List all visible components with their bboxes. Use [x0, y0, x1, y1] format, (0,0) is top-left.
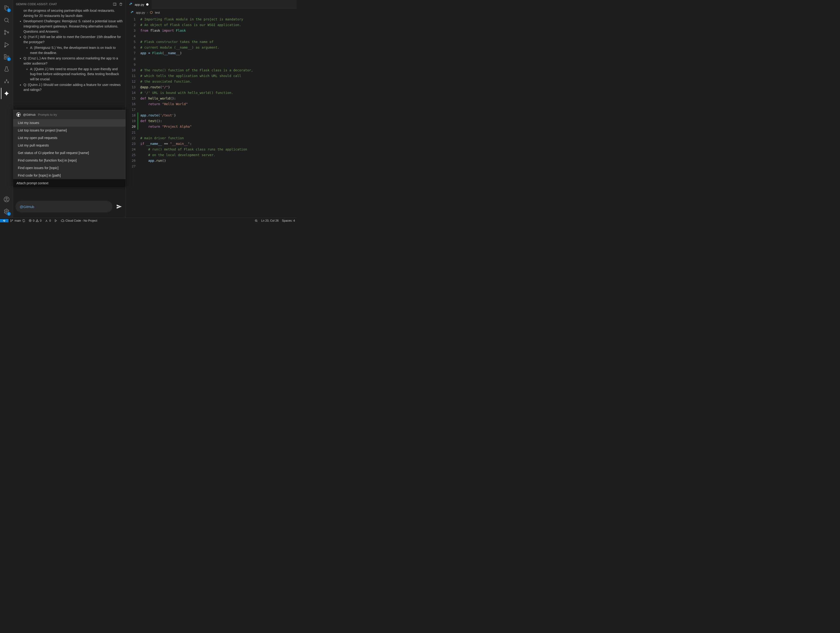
chat-text: Q: (Yuri F.) Will we be able to meet the… [24, 35, 123, 44]
chat-text: Development Challenges: Remigiusz S. rai… [24, 19, 123, 34]
debug-indicator[interactable] [52, 219, 59, 222]
trash-icon[interactable] [119, 2, 123, 6]
error-count: 0 [33, 219, 35, 222]
breadcrumb-file: app.py [136, 11, 145, 14]
ports-count: 0 [49, 219, 51, 222]
panel-layout-icon[interactable] [113, 2, 117, 6]
accounts-icon[interactable] [1, 194, 12, 205]
code-editor[interactable]: 1234 5678 9101112 13141516 17181920 2122… [126, 16, 297, 218]
extensions-badge: 1 [7, 57, 11, 61]
gemini-chat-icon[interactable] [1, 88, 12, 99]
source-control-icon[interactable] [1, 27, 12, 38]
chat-text: on the progress of securing partnerships… [19, 8, 123, 18]
prompt-item[interactable]: List my open pull requests [13, 134, 126, 142]
chat-panel: GEMINI CODE ASSIST: CHAT on the progress… [13, 0, 126, 218]
tab-title: app.py [135, 3, 144, 6]
line-gutter: 1234 5678 9101112 13141516 17181920 2122… [126, 16, 139, 218]
prompts-popup: @GitHub Prompts to try List my issues Li… [13, 110, 126, 187]
prompt-item[interactable]: Find open issues for [topic] [13, 164, 126, 172]
chat-text: A: (Quinn J.) We need to ensure the app … [30, 66, 123, 82]
prompt-item[interactable]: Find commits for [function foo] in [repo… [13, 157, 126, 164]
prompt-item[interactable]: List my pull requests [13, 142, 126, 149]
dirty-indicator-icon [146, 3, 148, 6]
status-bar: main 0 0 0 Cloud Code - No Project Ln 20… [0, 218, 297, 223]
chat-panel-header: GEMINI CODE ASSIST: CHAT [13, 0, 126, 8]
svg-point-13 [11, 221, 11, 222]
activity-bar: 1 1 1 [0, 0, 13, 218]
svg-point-10 [6, 211, 7, 212]
svg-point-12 [11, 220, 11, 220]
svg-rect-5 [4, 54, 6, 56]
zoom-indicator[interactable] [253, 219, 259, 222]
editor-tabs: app.py [126, 0, 297, 9]
svg-point-2 [4, 33, 5, 35]
cloud-code-icon[interactable] [1, 76, 12, 87]
svg-rect-11 [113, 3, 116, 5]
popup-footer[interactable]: Attach prompt context [13, 179, 126, 187]
search-icon[interactable] [1, 14, 12, 26]
chat-text: Q: (Quinn J.) Should we consider adding … [24, 82, 123, 92]
run-debug-icon[interactable] [1, 39, 12, 50]
branch-name: main [14, 219, 21, 222]
warning-count: 0 [40, 219, 41, 222]
prompt-item[interactable]: List my issues [13, 119, 126, 127]
chat-text: A: (Remigiusz S.) Yes, the development t… [30, 45, 123, 55]
prompt-item[interactable]: Get status of CI pipeline for pull reque… [13, 149, 126, 157]
code-content[interactable]: # Importing flask module in the project … [139, 16, 297, 218]
python-file-icon [129, 3, 133, 6]
problems-indicator[interactable]: 0 0 [27, 219, 43, 222]
chat-input-text: @GitHub [20, 205, 34, 209]
prompt-item[interactable]: Find code for [topic] in [path] [13, 172, 126, 179]
github-icon [16, 112, 21, 117]
svg-point-14 [12, 220, 13, 220]
chat-panel-title: GEMINI CODE ASSIST: CHAT [16, 3, 111, 6]
breadcrumb-symbol: test [155, 11, 160, 14]
python-file-icon [131, 11, 134, 14]
cloud-code-text: Cloud Code - No Project [65, 219, 97, 222]
symbol-method-icon [150, 11, 153, 14]
editor-tab[interactable]: app.py [126, 0, 152, 9]
settings-icon[interactable]: 1 [1, 206, 12, 217]
testing-icon[interactable] [1, 63, 12, 75]
branch-indicator[interactable]: main [8, 219, 27, 222]
cursor-position[interactable]: Ln 20, Col 26 [259, 219, 280, 222]
chevron-right-icon: › [147, 11, 148, 14]
settings-badge: 1 [7, 212, 11, 216]
cloud-code-status[interactable]: Cloud Code - No Project [59, 219, 99, 222]
svg-point-1 [4, 30, 5, 32]
ports-indicator[interactable]: 0 [43, 219, 52, 222]
explorer-icon[interactable]: 1 [1, 2, 12, 14]
popup-header: @GitHub Prompts to try [13, 110, 126, 119]
popup-mention: @GitHub [23, 113, 36, 117]
remote-indicator[interactable] [0, 219, 8, 222]
chat-text: Q: (Cruz L.) Are there any concerns abou… [24, 56, 123, 66]
prompt-item[interactable]: List top issues for project [name] [13, 127, 126, 134]
spaces-indicator[interactable]: Spaces: 4 [280, 219, 297, 222]
extensions-icon[interactable]: 1 [1, 51, 12, 62]
svg-rect-6 [4, 57, 6, 59]
svg-point-9 [6, 198, 7, 199]
chat-input-row: @GitHub [13, 198, 126, 218]
popup-subtitle: Prompts to try [38, 113, 57, 117]
svg-point-3 [7, 32, 8, 33]
editor-area: app.py app.py › test 1234 5678 9101112 1… [126, 0, 297, 218]
svg-point-16 [46, 220, 47, 220]
send-button[interactable] [115, 203, 123, 211]
breadcrumb[interactable]: app.py › test [126, 9, 297, 16]
explorer-badge: 1 [7, 8, 11, 12]
chat-input[interactable]: @GitHub [16, 201, 112, 212]
svg-point-0 [5, 18, 8, 22]
